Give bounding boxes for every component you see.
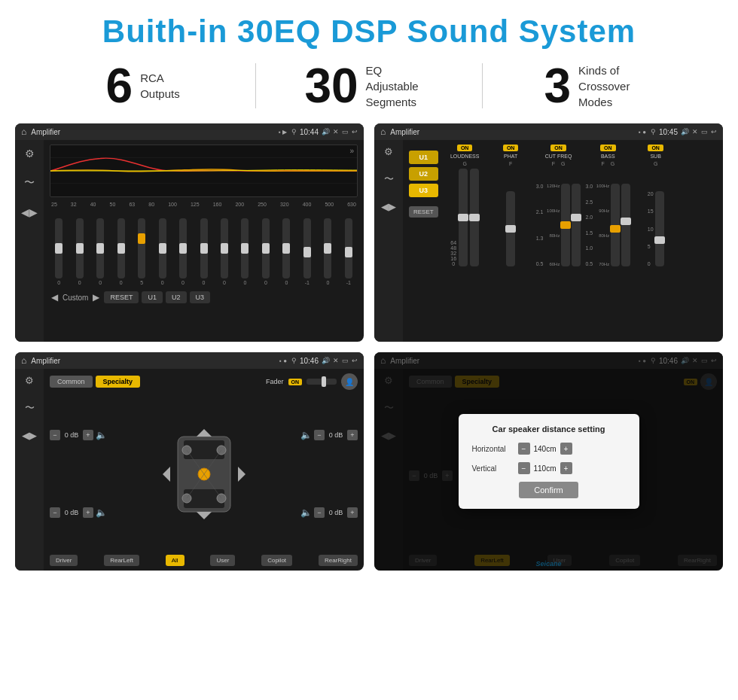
pin-icon-2: ⚲ — [651, 128, 656, 135]
amp-icon3-3[interactable]: ◀▶ — [22, 430, 37, 441]
cross-icon3[interactable]: ◀▶ — [381, 201, 396, 212]
loudness-slider2[interactable] — [470, 169, 479, 266]
profile-icon3[interactable]: 👤 — [341, 373, 358, 390]
db-val-tl: 0 dB — [63, 431, 81, 439]
slider-8[interactable]: 0 — [194, 218, 212, 285]
main-title: Buith-in 30EQ DSP Sound System — [102, 14, 636, 50]
eq-prev-btn[interactable]: ◀ — [50, 292, 59, 303]
bass-on[interactable]: ON — [600, 145, 616, 151]
sub-slider[interactable] — [655, 191, 664, 266]
db-plus-br[interactable]: + — [347, 507, 358, 518]
loudness-slider[interactable] — [459, 169, 468, 266]
eq-reset-btn[interactable]: RESET — [104, 291, 139, 303]
screenshots-grid: ⌂ Amplifier ▪ ▶ ⚲ 10:44 🔊 ✕ ▭ ↩ ⚙ 〜 ◀▶ — [15, 123, 723, 571]
confirm-button[interactable]: Confirm — [519, 482, 578, 498]
slider-3[interactable]: 0 — [91, 218, 109, 285]
user-btn3[interactable]: User — [210, 555, 235, 566]
all-btn3[interactable]: All — [166, 555, 184, 566]
expand-icon[interactable]: » — [349, 147, 354, 155]
fader-on3[interactable]: ON — [288, 379, 303, 385]
eq-icon2[interactable]: 〜 — [24, 176, 35, 190]
vertical-plus[interactable]: + — [560, 462, 572, 474]
u3-btn[interactable]: U3 — [409, 184, 438, 197]
rearleft-btn3[interactable]: RearLeft — [104, 555, 139, 566]
loudness-on[interactable]: ON — [457, 145, 473, 151]
eq-u2-btn[interactable]: U2 — [166, 291, 187, 303]
eq-icon3[interactable]: ◀▶ — [21, 206, 38, 218]
specialty-tab3[interactable]: Specialty — [96, 376, 141, 388]
u2-btn[interactable]: U2 — [409, 167, 438, 181]
phat-slider[interactable] — [506, 191, 515, 266]
common-tab3[interactable]: Common — [50, 376, 93, 388]
record-icon-2: ▪ ● — [639, 129, 646, 135]
screen2-topbar: ⌂ Amplifier ▪ ● ⚲ 10:45 🔊 ✕ ▭ ↩ — [374, 123, 723, 140]
cutfreq-on[interactable]: ON — [550, 145, 566, 151]
cross-icon2[interactable]: 〜 — [384, 172, 394, 186]
phat-on[interactable]: ON — [503, 145, 519, 151]
cross-icon1[interactable]: ⚙ — [384, 146, 393, 157]
fader-track3[interactable] — [306, 379, 337, 385]
slider-5[interactable]: 5 — [133, 218, 151, 285]
cutfreq-slider1[interactable] — [561, 184, 570, 266]
freq-labels: 25 32 40 50 63 80 100 125 160 200 250 32… — [50, 202, 358, 207]
slider-10[interactable]: 0 — [236, 218, 254, 285]
home-icon[interactable]: ⌂ — [21, 126, 26, 137]
slider-2[interactable]: 0 — [70, 218, 88, 285]
back-icon-3[interactable]: ↩ — [352, 357, 358, 364]
db-minus-tl[interactable]: − — [50, 430, 60, 440]
eq-icon1[interactable]: ⚙ — [25, 148, 35, 160]
db-minus-tr[interactable]: − — [314, 430, 325, 440]
slider-13[interactable]: -1 — [298, 218, 316, 285]
slider-4[interactable]: 0 — [111, 218, 130, 285]
bass-slider1[interactable] — [611, 184, 620, 266]
eq-u1-btn[interactable]: U1 — [142, 291, 163, 303]
svg-marker-9 — [238, 467, 245, 482]
horizontal-minus[interactable]: − — [518, 443, 530, 455]
u1-btn[interactable]: U1 — [409, 151, 438, 164]
bass-slider2[interactable] — [621, 184, 630, 266]
amp-sidebar3: ⚙ 〜 ◀▶ — [15, 369, 44, 571]
horizontal-ctrl: − 140cm + — [518, 443, 572, 455]
cutfreq-slider2[interactable] — [572, 184, 581, 266]
close-icon: ✕ — [333, 128, 339, 135]
eq-next-btn[interactable]: ▶ — [91, 292, 101, 303]
sub-on[interactable]: ON — [648, 145, 663, 151]
db-plus-bl[interactable]: + — [83, 507, 93, 518]
vertical-value: 110cm — [533, 464, 557, 473]
back-icon-2[interactable]: ↩ — [711, 128, 717, 135]
amp-icon3-1[interactable]: ⚙ — [25, 375, 34, 386]
speaker-icon-bl: 🔈 — [96, 507, 107, 518]
vol-icon-3: 🔊 — [322, 357, 330, 364]
location-buttons3: Driver RearLeft All User Copilot RearRig… — [50, 555, 358, 566]
slider-7[interactable]: 0 — [174, 218, 192, 285]
cross-reset-btn[interactable]: RESET — [409, 206, 438, 218]
rearright-btn3[interactable]: RearRight — [319, 555, 358, 566]
back-icon[interactable]: ↩ — [352, 128, 358, 135]
db-plus-tl[interactable]: + — [83, 430, 93, 440]
pin-icon-3: ⚲ — [291, 357, 297, 364]
screen3-topbar: ⌂ Amplifier ▪ ● ⚲ 10:46 🔊 ✕ ▭ ↩ — [15, 352, 364, 369]
db-minus-br[interactable]: − — [314, 507, 325, 518]
slider-12[interactable]: 0 — [277, 218, 295, 285]
cross-sidebar: ⚙ 〜 ◀▶ — [374, 140, 403, 342]
db-plus-tr[interactable]: + — [347, 430, 358, 440]
db-minus-bl[interactable]: − — [50, 507, 60, 518]
vertical-minus[interactable]: − — [518, 462, 530, 474]
slider-9[interactable]: 0 — [215, 218, 233, 285]
horizontal-label: Horizontal — [472, 445, 514, 453]
home-icon-2[interactable]: ⌂ — [380, 126, 386, 137]
driver-btn3[interactable]: Driver — [50, 555, 78, 566]
amp-icon3-2[interactable]: 〜 — [25, 401, 35, 415]
slider-11[interactable]: 0 — [257, 218, 275, 285]
copilot-btn3[interactable]: Copilot — [261, 555, 292, 566]
slider-14[interactable]: 0 — [319, 218, 337, 285]
eq-u3-btn[interactable]: U3 — [190, 291, 211, 303]
screen3-time: 10:46 — [300, 357, 319, 365]
topbar-icons2: ⚲ 10:45 🔊 ✕ ▭ ↩ — [651, 128, 717, 136]
window-icon-3: ▭ — [342, 357, 349, 364]
slider-15[interactable]: -1 — [340, 218, 358, 285]
slider-1[interactable]: 0 — [50, 218, 68, 285]
slider-6[interactable]: 0 — [153, 218, 171, 285]
horizontal-plus[interactable]: + — [560, 443, 572, 455]
home-icon-3[interactable]: ⌂ — [21, 355, 26, 366]
